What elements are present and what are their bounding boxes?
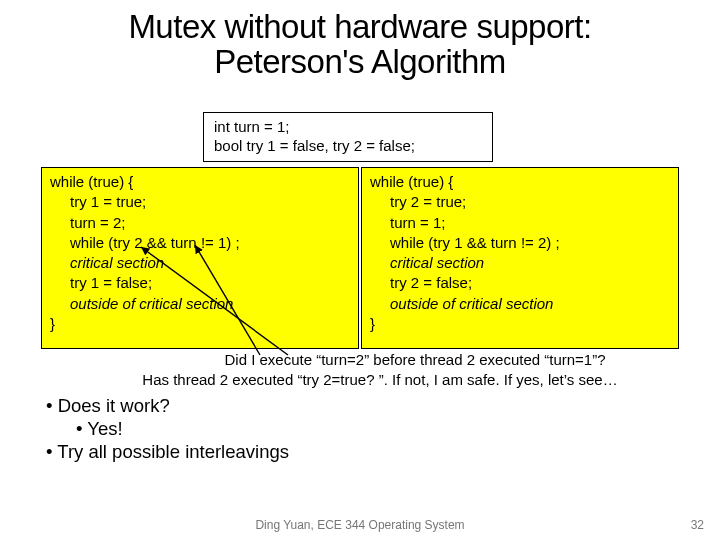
code-line: while (true) { (370, 172, 674, 192)
shared-line-1: int turn = 1; (214, 118, 484, 137)
slide-title: Mutex without hardware support: Peterson… (0, 0, 720, 79)
code-line: while (try 1 && turn != 2) ; (370, 233, 674, 253)
code-line-italic: outside of critical section (50, 294, 354, 314)
title-line-2: Peterson's Algorithm (214, 43, 506, 80)
code-line: } (370, 314, 674, 334)
bullet-item: Yes! (46, 417, 289, 440)
code-line-italic: outside of critical section (370, 294, 674, 314)
code-line: turn = 2; (50, 213, 354, 233)
title-line-1: Mutex without hardware support: (128, 8, 591, 45)
bullet-item: Does it work? (46, 394, 289, 417)
code-line-italic: critical section (370, 253, 674, 273)
code-line: while (true) { (50, 172, 354, 192)
thread1-code-box: while (true) { try 1 = true; turn = 2; w… (41, 167, 359, 349)
annotation-line-1: Did I execute “turn=2” before thread 2 e… (120, 350, 710, 370)
page-number: 32 (691, 518, 704, 532)
shared-line-2: bool try 1 = false, try 2 = false; (214, 137, 484, 156)
shared-vars-box: int turn = 1; bool try 1 = false, try 2 … (203, 112, 493, 162)
code-line: } (50, 314, 354, 334)
footer-text: Ding Yuan, ECE 344 Operating System (0, 518, 720, 532)
code-line: while (try 2 && turn != 1) ; (50, 233, 354, 253)
slide: Mutex without hardware support: Peterson… (0, 0, 720, 540)
bullets-block: Does it work? Yes! Try all possible inte… (46, 394, 289, 463)
bullet-item: Try all possible interleavings (46, 440, 289, 463)
code-line: try 1 = false; (50, 273, 354, 293)
code-line-italic: critical section (50, 253, 354, 273)
code-line: turn = 1; (370, 213, 674, 233)
code-line: try 1 = true; (50, 192, 354, 212)
code-line: try 2 = false; (370, 273, 674, 293)
thread2-code-box: while (true) { try 2 = true; turn = 1; w… (361, 167, 679, 349)
annotation-line-2: Has thread 2 executed “try 2=true? ”. If… (80, 370, 680, 390)
code-line: try 2 = true; (370, 192, 674, 212)
